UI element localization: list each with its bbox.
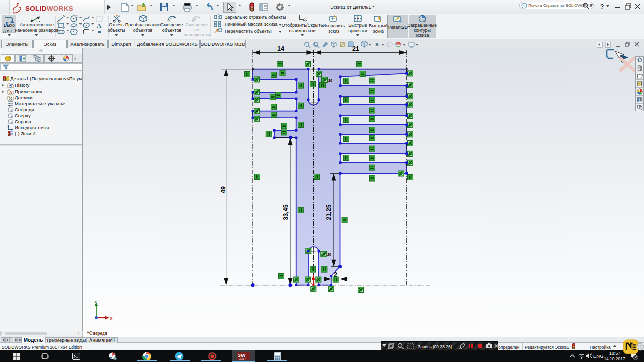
- svg-text:X: X: [110, 316, 113, 321]
- svg-text:Y: Y: [94, 300, 97, 304]
- svg-text:20: 20: [327, 253, 331, 256]
- svg-text:2017: 2017: [239, 357, 246, 360]
- svg-text:49: 49: [220, 186, 227, 193]
- svg-text:SOLIDWORKS: SOLIDWORKS: [25, 5, 73, 12]
- svg-text:?: ?: [523, 4, 526, 8]
- svg-text:A: A: [9, 90, 12, 95]
- svg-text:14: 14: [277, 45, 284, 52]
- svg-text:20: 20: [328, 79, 332, 82]
- svg-text:33,45: 33,45: [282, 204, 289, 220]
- svg-text:21,25: 21,25: [325, 204, 332, 220]
